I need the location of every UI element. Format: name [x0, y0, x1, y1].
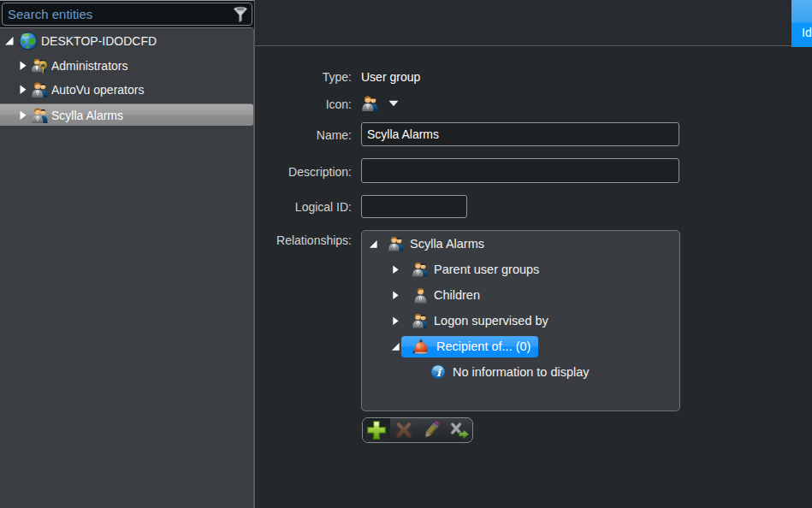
caret-down-icon[interactable] — [388, 100, 399, 107]
rel-item-logon-supervised-by[interactable]: Logon supervised by — [362, 310, 679, 332]
info-icon: i — [430, 364, 446, 380]
plus-icon — [366, 420, 387, 440]
expander-expanded-icon[interactable] — [367, 239, 379, 249]
type-label: Type: — [255, 70, 352, 84]
funnel-icon — [233, 6, 248, 23]
logical-id-field[interactable] — [361, 195, 467, 218]
user-group-icon — [388, 235, 405, 252]
rel-item-no-information: i No information to display — [362, 361, 679, 383]
rel-item-label: Scylla Alarms — [410, 237, 484, 251]
user-group-icon — [412, 312, 429, 329]
type-value: User group — [361, 70, 420, 84]
edit-button[interactable] — [418, 418, 445, 442]
expander-collapsed-icon[interactable] — [17, 61, 28, 71]
expander-collapsed-icon[interactable] — [17, 110, 28, 121]
name-label: Name: — [255, 128, 352, 142]
jump-icon — [447, 421, 470, 440]
user-group-icon — [361, 95, 379, 112]
rel-item-parent-user-groups[interactable]: Parent user groups — [362, 258, 679, 281]
main-pane: Identity Type: User group Icon: Name: De… — [254, 0, 812, 508]
user-group-icon — [31, 107, 49, 124]
description-field[interactable] — [361, 158, 679, 183]
tree-item-label: Administrators — [51, 59, 127, 73]
tree-item-label: Scylla Alarms — [51, 109, 123, 122]
user-group-icon — [31, 81, 49, 98]
expander-collapsed-icon[interactable] — [17, 85, 28, 95]
user-group-icon — [412, 261, 429, 278]
tree-item-autovu-operators[interactable]: AutoVu operators — [0, 78, 253, 102]
globe-icon — [18, 32, 39, 50]
logical-id-label: Logical ID: — [255, 200, 352, 214]
relationships-label: Relationships: — [255, 233, 352, 247]
search-input[interactable] — [3, 3, 229, 25]
rel-item-label: Logon supervised by — [434, 314, 548, 328]
main-header — [255, 0, 812, 46]
rel-item-label: Parent user groups — [434, 263, 539, 276]
pencil-icon — [421, 420, 442, 440]
expander-expanded-icon[interactable] — [2, 36, 17, 46]
entity-tree: DESKTOP-IDODCFD Administrators — [0, 27, 254, 508]
selected-highlight[interactable]: Recipient of... (0) — [401, 336, 538, 357]
tab-identity[interactable]: Identity — [791, 0, 812, 47]
description-label: Description: — [255, 165, 352, 179]
icon-picker[interactable] — [361, 95, 399, 112]
alarm-icon — [412, 338, 429, 355]
delete-icon — [394, 420, 414, 440]
icon-label: Icon: — [255, 97, 352, 111]
tab-identity-label: Identity — [791, 26, 812, 47]
expander-collapsed-icon[interactable] — [389, 265, 401, 275]
tree-item-administrators[interactable]: Administrators — [0, 54, 253, 78]
remove-button[interactable] — [390, 418, 418, 442]
rel-item-label: Recipient of... (0) — [436, 340, 530, 353]
rel-item-scylla-alarms[interactable]: Scylla Alarms — [362, 233, 679, 255]
filter-button[interactable] — [229, 3, 252, 25]
tree-item-desktop[interactable]: DESKTOP-IDODCFD — [0, 29, 253, 53]
expander-expanded-icon[interactable] — [389, 342, 401, 351]
relationships-toolbar — [362, 417, 473, 443]
rel-item-recipient-of[interactable]: Recipient of... (0) — [362, 335, 679, 357]
expander-collapsed-icon[interactable] — [389, 291, 401, 300]
rel-item-label: Children — [434, 288, 480, 302]
name-field[interactable] — [361, 122, 679, 146]
rel-item-label: No information to display — [453, 365, 590, 379]
config-tool-window: DESKTOP-IDODCFD Administrators — [0, 0, 812, 508]
rel-item-children[interactable]: Children — [362, 284, 679, 306]
relationships-tree: Scylla Alarms Parent user groups — [361, 230, 680, 411]
entity-browser-sidebar: DESKTOP-IDODCFD Administrators — [0, 0, 254, 508]
search-box — [2, 3, 252, 26]
tree-item-scylla-alarms[interactable]: Scylla Alarms — [0, 103, 253, 126]
jump-to-button[interactable] — [445, 418, 472, 442]
user-icon — [412, 287, 429, 304]
tree-item-label: DESKTOP-IDODCFD — [41, 34, 157, 48]
user-group-key-icon — [31, 57, 49, 75]
expander-collapsed-icon[interactable] — [389, 316, 401, 326]
tree-item-label: AutoVu operators — [51, 83, 144, 97]
add-button[interactable] — [363, 418, 390, 442]
